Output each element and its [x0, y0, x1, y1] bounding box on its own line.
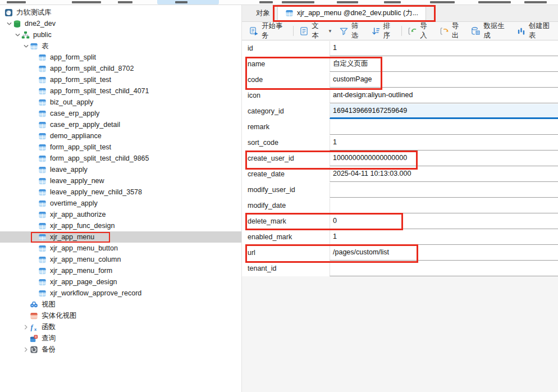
- tree-item[interactable]: xjr_app_menu_form: [0, 265, 241, 276]
- text-view-icon: [299, 26, 309, 36]
- tree-item[interactable]: xjr_app_menu_button: [0, 243, 241, 254]
- tree-item[interactable]: form_app_split_test: [0, 142, 241, 153]
- tree-item[interactable]: 实体化视图: [0, 310, 241, 321]
- tree-item[interactable]: case_erp_apply_detail: [0, 119, 241, 130]
- record-form-view: id 1 name 自定义页面 code customPage icon ant…: [242, 40, 558, 392]
- tree-item[interactable]: form_app_split_test_child_9865: [0, 153, 241, 164]
- create-chart-button[interactable]: 创建图表: [513, 24, 558, 38]
- expand-chevron[interactable]: [22, 324, 30, 330]
- record-field-row: category_id 1694139669167259649: [242, 103, 558, 119]
- field-label: enabled_mark: [242, 229, 330, 245]
- data-generation-button[interactable]: 数据生成: [468, 24, 513, 38]
- tree-item-label: xjr_app_authorize: [50, 211, 106, 218]
- field-value-input[interactable]: 1: [330, 135, 558, 151]
- begin-transaction-button[interactable]: 开始事务: [246, 24, 291, 38]
- field-label: create_date: [242, 166, 330, 182]
- import-button[interactable]: 导入: [404, 24, 436, 38]
- field-value-input[interactable]: [330, 198, 558, 213]
- field-value-input[interactable]: customPage: [330, 72, 558, 88]
- field-value-input[interactable]: 2025-04-11 10:13:03.000: [330, 167, 558, 182]
- table-icon: [38, 53, 47, 62]
- export-icon: [440, 26, 449, 36]
- tab-xjr-app-menu[interactable]: xjr_app_menu @dne2_dev.public (力...: [277, 4, 426, 21]
- filter-icon: [339, 26, 349, 36]
- record-field-row: modify_user_id: [242, 182, 558, 198]
- tree-item-label: 函数: [42, 322, 56, 332]
- tree-item[interactable]: xjr_app_func_design: [0, 220, 241, 231]
- field-value-input[interactable]: [330, 261, 558, 276]
- field-value-input[interactable]: 0: [330, 214, 558, 229]
- field-value-input[interactable]: [330, 120, 558, 135]
- create-chart-icon: [516, 26, 526, 36]
- expand-chevron[interactable]: [22, 347, 30, 353]
- tree-item-label: xjr_workflow_approve_record: [50, 289, 141, 297]
- tree-item[interactable]: 力软测试库: [0, 7, 241, 18]
- expand-chevron[interactable]: [22, 43, 30, 49]
- table-icon: [38, 267, 47, 275]
- tree-item-label: xjr_app_menu: [50, 233, 94, 241]
- expand-chevron[interactable]: [5, 21, 13, 27]
- tree-item[interactable]: app_form_split: [0, 52, 241, 63]
- field-value-input[interactable]: 1694139669167259649: [330, 104, 558, 119]
- tree-item[interactable]: xjr_app_menu_column: [0, 254, 241, 265]
- record-field-row: sort_code 1: [242, 135, 558, 151]
- tree-item[interactable]: public: [0, 29, 241, 40]
- tree-item-label: 力软测试库: [16, 8, 52, 17]
- data-grid-toolbar: 开始事务 文本 ▼ 筛选 排序: [242, 22, 558, 40]
- field-value-input[interactable]: 自定义页面: [330, 57, 558, 72]
- tree-item[interactable]: fx 函数: [0, 321, 241, 332]
- tree-item-label: xjr_app_menu_button: [50, 244, 118, 252]
- tree-item-label: app_form_split_test_child_4071: [50, 87, 149, 95]
- field-value-input[interactable]: ant-design:aliyun-outlined: [330, 88, 558, 103]
- tree-item[interactable]: dne2_dev: [0, 18, 241, 29]
- tree-item[interactable]: xjr_app_menu: [0, 231, 241, 243]
- tree-item[interactable]: 查询: [0, 332, 241, 344]
- sort-button[interactable]: 排序: [368, 24, 400, 38]
- tree-item-label: leave_apply: [50, 166, 88, 174]
- tree-item[interactable]: app_form_split_test: [0, 74, 241, 85]
- tree-item[interactable]: overtime_apply: [0, 198, 241, 209]
- tree-item[interactable]: 视图: [0, 299, 241, 310]
- backup-icon: [30, 345, 38, 354]
- tree-item[interactable]: case_erp_apply: [0, 108, 241, 119]
- field-label: sort_code: [242, 135, 330, 151]
- tree-item[interactable]: leave_apply: [0, 164, 241, 175]
- text-view-button[interactable]: 文本 ▼: [296, 24, 336, 38]
- app-window: 力软测试库: [0, 0, 558, 392]
- tree-item[interactable]: xjr_workflow_approve_record: [0, 288, 241, 299]
- tree-item[interactable]: xjr_app_authorize: [0, 209, 241, 220]
- expand-chevron[interactable]: [13, 32, 21, 38]
- tree-item[interactable]: app_form_split_test_child_4071: [0, 85, 241, 97]
- export-button[interactable]: 导出: [436, 24, 468, 38]
- field-value-input[interactable]: 1: [330, 230, 558, 245]
- table-icon: [38, 132, 47, 140]
- field-value-input[interactable]: 1000000000000000000: [330, 151, 558, 166]
- export-label: 导出: [452, 21, 465, 40]
- tree-item[interactable]: 备份: [0, 344, 241, 355]
- tree-item[interactable]: leave_apply_new_child_3578: [0, 186, 241, 198]
- field-value-input[interactable]: /pages/custom/list: [330, 245, 558, 261]
- table-icon: [38, 65, 47, 73]
- tree-item[interactable]: biz_out_apply: [0, 97, 241, 108]
- materialized-view-icon: [30, 312, 38, 320]
- database-object-tree: 力软测试库: [0, 5, 242, 392]
- record-field-row: id 1: [242, 40, 558, 56]
- table-icon: [38, 177, 47, 185]
- filter-button[interactable]: 筛选: [336, 24, 368, 38]
- tree-item[interactable]: 表: [0, 40, 241, 52]
- import-label: 导入: [420, 21, 433, 40]
- tree-item[interactable]: demo_appliance: [0, 130, 241, 142]
- tree-item[interactable]: xjr_app_page_design: [0, 276, 241, 288]
- tree-item-label: 备份: [42, 345, 56, 354]
- field-value-input[interactable]: [330, 183, 558, 198]
- record-field-row: tenant_id: [242, 261, 558, 276]
- svg-text:x: x: [34, 326, 37, 331]
- tab-objects[interactable]: 对象: [249, 4, 277, 21]
- tree-item-label: form_app_split_test: [50, 143, 111, 151]
- tree-item[interactable]: leave_apply_new: [0, 175, 241, 186]
- table-icon: [38, 211, 47, 219]
- tree-item[interactable]: app_form_split_child_8702: [0, 63, 241, 74]
- field-value-input[interactable]: 1: [330, 41, 558, 56]
- record-field-row: delete_mark 0: [242, 213, 558, 229]
- tree-item-label: app_form_split_child_8702: [50, 65, 134, 72]
